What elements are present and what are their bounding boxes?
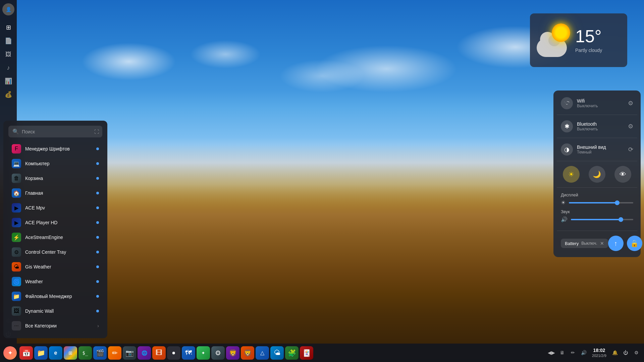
taskbar-app-browser2[interactable]: 🌐 — [138, 346, 151, 360]
taskbar-app-kdenlive[interactable]: 🎬 — [93, 346, 107, 360]
tray-volume-icon[interactable]: 🔊 — [579, 348, 588, 357]
tray-settings-icon[interactable]: ⚙ — [632, 348, 641, 357]
bluetooth-info: Bluetooth Выключить — [577, 121, 628, 131]
home-icon: 🏠 — [12, 188, 21, 198]
menu-item-weather[interactable]: 🌀 Weather — [8, 274, 102, 289]
menu-item-gis-weather[interactable]: 🌤 Gis Weather — [8, 259, 102, 274]
font-manager-label: Менеджер Шрифтов — [25, 146, 92, 152]
tray-notification-bell[interactable]: 🔔 — [610, 348, 619, 357]
new-dot — [96, 251, 99, 253]
menu-item-dynamic-wall[interactable]: 🖼 Dynamic Wall — [8, 304, 102, 318]
tray-power-icon[interactable]: ⏻ — [621, 348, 630, 357]
app-launcher-menu: 🔍 ⛶ F Менеджер Шрифтов 💻 Компьютер 🗑 Кор… — [3, 121, 107, 338]
taskbar-app-arch[interactable]: △ — [256, 346, 269, 360]
control-panel: Wifi Выключить ⚙ ✱ Bluetooth Выключить ⚙… — [553, 90, 641, 257]
gis-weather-icon: 🌤 — [12, 262, 21, 272]
taskbar-app-browser[interactable]: e — [49, 346, 62, 360]
display-label: Дисплей — [561, 192, 633, 197]
menu-item-control-center[interactable]: ⚙ Control Center Tray — [8, 245, 102, 259]
taskbar-app-files[interactable]: 📁 — [34, 346, 48, 360]
taskbar-app-editor[interactable]: ✏ — [108, 346, 121, 360]
sound-label: Звук — [561, 209, 633, 214]
sidebar-recent-docs[interactable]: 📄 — [2, 35, 14, 47]
battery-label: Battery — [565, 241, 579, 246]
taskbar-app-terminal[interactable]: $_ — [78, 346, 92, 360]
search-bar[interactable]: 🔍 ⛶ — [8, 126, 102, 137]
taskbar-app-manjaro[interactable]: ✦ — [197, 346, 210, 360]
tray-prev-next[interactable]: ◀▶ — [547, 348, 556, 357]
sidebar-money[interactable]: 💰 — [2, 88, 14, 101]
eye-comfort-toggle[interactable]: 👁 — [614, 166, 631, 183]
tray-clock[interactable]: 18:02 2021/2/9 — [590, 347, 608, 358]
volume-track[interactable] — [571, 219, 633, 220]
taskbar-app-lion[interactable]: 🦁 — [226, 346, 239, 360]
menu-item-file-manager[interactable]: 📁 Файловый Менеджер — [8, 289, 102, 304]
taskbar-app-ms[interactable]: ⊞ — [64, 346, 77, 360]
wifi-settings-icon[interactable]: ⚙ — [628, 100, 633, 107]
night-mode-toggle[interactable]: 🌙 — [589, 166, 605, 183]
search-input[interactable] — [22, 129, 98, 134]
appearance-control[interactable]: ◑ Внешний вид Темный ⟳ — [557, 140, 637, 159]
expand-icon[interactable]: ⛶ — [94, 129, 99, 134]
sidebar-music[interactable]: ♪ — [2, 62, 14, 74]
menu-item-computer[interactable]: 💻 Компьютер — [8, 156, 102, 171]
menu-item-acestream[interactable]: ⚡ AceStreamEngine — [8, 230, 102, 245]
new-dot — [96, 177, 99, 180]
volume-thumb[interactable] — [619, 217, 623, 222]
sidebar-data[interactable]: 📊 — [2, 75, 14, 87]
taskbar-app-camera[interactable]: 📷 — [123, 346, 136, 360]
taskbar-app-settings[interactable]: ⚙ — [211, 346, 225, 360]
brightness-thumb[interactable] — [615, 200, 620, 205]
weather-app-icon: 🌀 — [12, 277, 21, 286]
menu-item-ace-mpv[interactable]: ▶ ACE Mpv — [8, 200, 102, 215]
taskbar-app-weather[interactable]: 🌤 — [270, 346, 284, 360]
bluetooth-label: Bluetooth — [577, 121, 628, 127]
brightness-toggle[interactable]: ☀ — [563, 166, 580, 183]
appearance-label: Внешний вид — [577, 144, 628, 150]
menu-item-ace-player[interactable]: ▶ ACE Player HD — [8, 215, 102, 230]
menu-item-all-categories[interactable]: ··· Все Категории › — [8, 318, 102, 333]
weather-widget[interactable]: 15° Partly cloudy — [530, 13, 627, 67]
user-avatar[interactable]: 👤 — [2, 3, 14, 15]
menu-item-trash[interactable]: 🗑 Корзина — [8, 171, 102, 186]
upload-button[interactable]: ↑ — [608, 236, 624, 251]
bluetooth-settings-icon[interactable]: ⚙ — [628, 123, 633, 130]
all-categories-icon: ··· — [12, 321, 21, 330]
taskbar-app-maps[interactable]: 🗺 — [182, 346, 195, 360]
sidebar-photos[interactable]: 🖼 — [2, 48, 14, 60]
new-dot — [96, 221, 99, 224]
appearance-settings-icon[interactable]: ⟳ — [628, 146, 633, 153]
taskbar-app-calendar[interactable]: 📅 — [19, 346, 33, 360]
new-dot — [96, 206, 99, 209]
menu-item-font-manager[interactable]: F Менеджер Шрифтов — [8, 141, 102, 156]
menu-item-home[interactable]: 🏠 Главная — [8, 186, 102, 200]
taskbar-app-addon[interactable]: 🧩 — [285, 346, 299, 360]
font-manager-icon: F — [12, 144, 21, 154]
appearance-icon: ◑ — [561, 143, 573, 156]
taskbar-app-obs[interactable]: ⏺ — [167, 346, 180, 360]
weather-temperature: 15° — [575, 27, 602, 45]
separator — [557, 187, 637, 188]
taskbar-app-card[interactable]: 🃏 — [300, 346, 313, 360]
wifi-status: Выключить — [577, 104, 628, 108]
wifi-control[interactable]: Wifi Выключить ⚙ — [557, 94, 637, 113]
ace-mpv-icon: ▶ — [12, 203, 21, 213]
arrow-icon: › — [97, 323, 99, 328]
bluetooth-control[interactable]: ✱ Bluetooth Выключить ⚙ — [557, 117, 637, 136]
separator — [557, 161, 637, 161]
lock-button[interactable]: 🔒 — [627, 236, 642, 251]
ace-player-label: ACE Player HD — [25, 220, 92, 225]
brightness-fill — [569, 202, 617, 203]
brightness-track[interactable] — [569, 202, 633, 203]
battery-close-icon[interactable]: ✕ — [600, 241, 604, 246]
taskbar-app-gaupol[interactable]: 🎞 — [152, 346, 166, 360]
start-button[interactable]: ✦ — [3, 346, 17, 360]
sidebar-apps-grid[interactable]: ⊞ — [2, 21, 14, 34]
start-icon: ✦ — [8, 349, 13, 357]
tray-pen-icon[interactable]: ✏ — [569, 348, 577, 357]
new-dot — [96, 192, 99, 194]
tray-display-icon[interactable]: 🖥 — [558, 348, 567, 357]
clock-date: 2021/2/9 — [590, 353, 608, 358]
separator — [557, 231, 637, 231]
taskbar-app-brave[interactable]: 🦁 — [241, 346, 254, 360]
